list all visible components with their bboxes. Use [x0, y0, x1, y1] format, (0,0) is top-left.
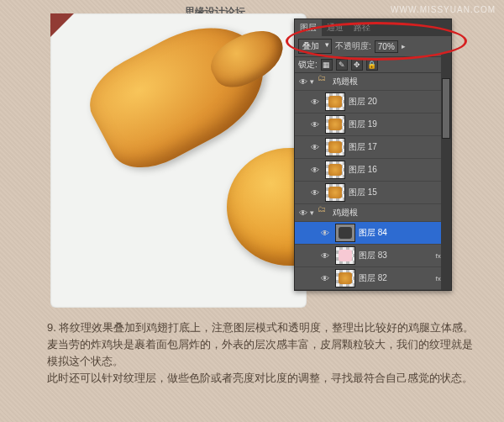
- layers-list: 👁 ▾ 🗂 鸡翅根 👁 图层 20 👁 图层 19 👁 图层 17 👁 图层 1…: [295, 73, 451, 290]
- plate-corner-decoration: [50, 13, 74, 37]
- group-name[interactable]: 鸡翅根: [333, 76, 358, 87]
- layer-row[interactable]: 👁 图层 20: [295, 91, 451, 113]
- tutorial-caption: 9. 将纹理效果叠加到鸡翅打底上，注意图层模式和透明度，整理出比较好的鸡腿立体感…: [47, 319, 475, 388]
- opacity-label: 不透明度:: [335, 40, 371, 52]
- panel-scrollbar[interactable]: [441, 53, 451, 290]
- layers-panel: 图层 通道 路径 叠加 不透明度: 70% ▸ 锁定: ▦ ✎ ✥ 🔒 👁 ▾ …: [294, 18, 452, 291]
- layer-row[interactable]: 👁 图层 17: [295, 136, 451, 159]
- watermark: WWW.MISSYUAN.COM: [391, 5, 496, 14]
- layer-thumb: [325, 138, 345, 156]
- tab-channels[interactable]: 通道: [322, 19, 349, 36]
- layer-group-top[interactable]: 👁 ▾ 🗂 鸡翅根: [295, 73, 451, 91]
- canvas-plate: [50, 13, 307, 308]
- visibility-icon[interactable]: 👁: [318, 229, 332, 238]
- layer-thumb: [325, 92, 345, 111]
- folder-icon: 🗂: [318, 204, 329, 221]
- blend-opacity-bar: 叠加 不透明度: 70% ▸: [295, 36, 451, 57]
- layer-row[interactable]: 👁 图层 83 fx ▾: [295, 245, 451, 267]
- folder-icon: 🗂: [318, 73, 329, 90]
- layer-name[interactable]: 图层 15: [349, 187, 377, 198]
- layer-row[interactable]: 👁 图层 15: [295, 182, 451, 204]
- caption-line-2: 麦当劳的炸鸡块是裹着面包屑炸的，外表的层次感丰富，皮屑颗粒较大，我们的纹理就是模…: [47, 336, 475, 370]
- visibility-icon[interactable]: 👁: [297, 77, 310, 87]
- layer-thumb: [325, 161, 345, 179]
- layer-thumb: [335, 224, 355, 242]
- layer-row[interactable]: 👁 图层 19: [295, 113, 451, 136]
- scrollbar-thumb[interactable]: [442, 78, 450, 139]
- visibility-icon[interactable]: 👁: [308, 143, 322, 152]
- lock-row: 锁定: ▦ ✎ ✥ 🔒: [295, 57, 451, 73]
- layer-name[interactable]: 图层 82: [359, 272, 387, 284]
- lock-move-icon[interactable]: ✥: [351, 59, 363, 71]
- caption-line-3: 此时还可以针对纹理层，做些色阶或者亮度对比度的调整，寻找最符合自己感觉的状态。: [47, 370, 475, 387]
- group-name[interactable]: 鸡翅根: [333, 207, 358, 219]
- layer-group-mid[interactable]: 👁 ▾ 🗂 鸡翅根: [295, 204, 451, 222]
- opacity-arrow-icon[interactable]: ▸: [402, 42, 406, 50]
- layer-thumb: [335, 246, 355, 265]
- lock-all-icon[interactable]: 🔒: [366, 59, 378, 71]
- visibility-icon[interactable]: 👁: [318, 251, 332, 261]
- layer-name[interactable]: 图层 84: [359, 227, 387, 239]
- visibility-icon[interactable]: 👁: [308, 98, 322, 107]
- lock-label: 锁定:: [298, 59, 318, 71]
- tab-paths[interactable]: 路径: [349, 19, 375, 36]
- tab-layers[interactable]: 图层: [295, 19, 322, 36]
- caption-line-1: 9. 将纹理效果叠加到鸡翅打底上，注意图层模式和透明度，整理出比较好的鸡腿立体感…: [47, 319, 475, 336]
- visibility-icon[interactable]: 👁: [308, 166, 322, 175]
- layer-thumb: [325, 115, 345, 134]
- layer-thumb: [325, 183, 345, 202]
- lock-brush-icon[interactable]: ✎: [336, 59, 348, 71]
- layer-name[interactable]: 图层 20: [349, 96, 377, 108]
- chicken-leg-illustration: [77, 3, 284, 182]
- panel-tabs: 图层 通道 路径: [295, 19, 451, 36]
- layer-name[interactable]: 图层 16: [349, 164, 377, 176]
- lock-transparency-icon[interactable]: ▦: [321, 59, 333, 71]
- chevron-down-icon[interactable]: ▾: [310, 77, 314, 86]
- layer-row-selected[interactable]: 👁 图层 84: [295, 222, 451, 245]
- layer-thumb: [335, 269, 355, 287]
- layer-name[interactable]: 图层 17: [349, 141, 377, 153]
- visibility-icon[interactable]: 👁: [318, 274, 332, 283]
- visibility-icon[interactable]: 👁: [308, 120, 322, 129]
- visibility-icon[interactable]: 👁: [297, 208, 310, 218]
- layer-name[interactable]: 图层 83: [359, 250, 387, 261]
- layer-name[interactable]: 图层 19: [349, 119, 377, 130]
- blend-mode-select[interactable]: 叠加: [298, 39, 332, 54]
- opacity-value[interactable]: 70%: [375, 40, 398, 53]
- chevron-down-icon[interactable]: ▾: [310, 208, 314, 217]
- visibility-icon[interactable]: 👁: [308, 188, 322, 198]
- layer-row[interactable]: 👁 图层 16: [295, 159, 451, 182]
- layer-row[interactable]: 👁 图层 82 fx ▾: [295, 267, 451, 290]
